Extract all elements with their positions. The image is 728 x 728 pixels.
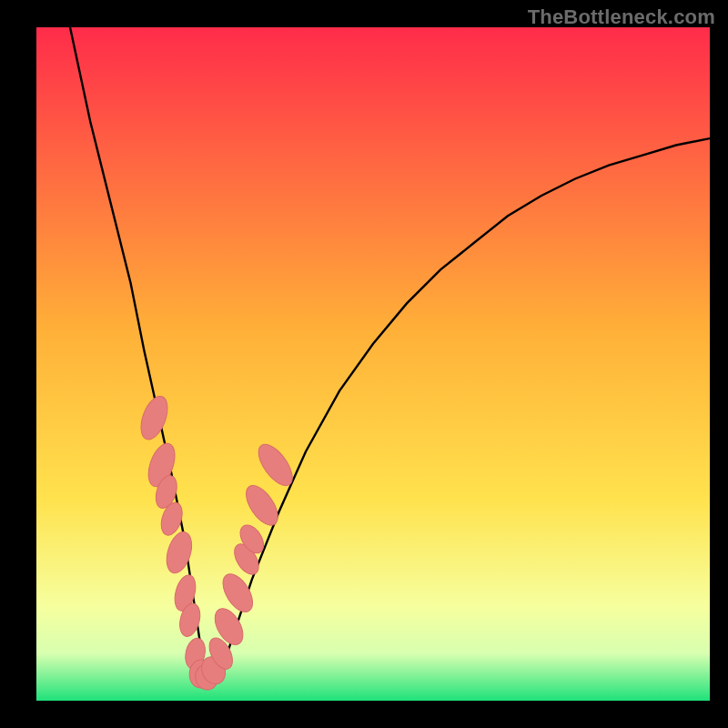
watermark-text: TheBottleneck.com bbox=[528, 5, 715, 29]
chart-frame: TheBottleneck.com bbox=[0, 0, 728, 728]
plot-area bbox=[36, 27, 710, 701]
chart-svg bbox=[36, 27, 710, 701]
gradient-background bbox=[36, 27, 710, 701]
